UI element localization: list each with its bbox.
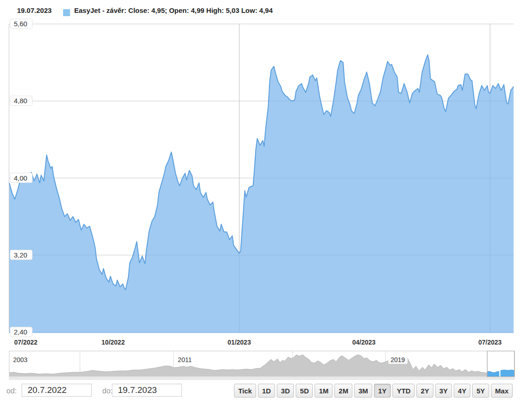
current-date-label: 19.07.2023 (17, 6, 52, 14)
range-button-ytd[interactable]: YTD (392, 384, 415, 398)
stock-chart-canvas[interactable]: 5,604,804,003,202,4007/202210/202201/202… (0, 0, 532, 404)
y-axis-label: 3,20 (14, 251, 27, 259)
x-axis-label: 07/2023 (479, 339, 502, 346)
x-axis-label: 07/2022 (14, 339, 38, 346)
x-axis-label: 01/2023 (228, 339, 251, 346)
range-button-row: Tick1D3D5D1M2M3M1YYTD2Y3Y4Y5YMax (234, 384, 513, 398)
range-button-3d[interactable]: 3D (277, 384, 294, 398)
x-axis-label: 10/2022 (101, 339, 125, 346)
y-axis-label: 2,40 (14, 328, 27, 336)
from-date-label: od: (6, 387, 17, 395)
range-button-1d[interactable]: 1D (258, 384, 275, 398)
range-button-5y[interactable]: 5Y (472, 384, 489, 398)
range-button-2m[interactable]: 2M (334, 384, 352, 398)
range-button-max[interactable]: Max (491, 384, 513, 398)
selected-range-area[interactable] (487, 370, 514, 376)
navigator-year-label: 2003 (13, 356, 27, 363)
to-date-input[interactable] (112, 384, 182, 397)
legend-swatch-icon (63, 9, 70, 16)
y-axis-label: 4,80 (14, 97, 27, 105)
plot-area[interactable] (9, 24, 514, 333)
from-date-input[interactable] (22, 384, 92, 397)
range-button-1m[interactable]: 1M (315, 384, 333, 398)
history-area (9, 355, 487, 376)
range-button-1y[interactable]: 1Y (374, 384, 391, 398)
range-button-4y[interactable]: 4Y (454, 384, 470, 398)
navigator-year-label: 2011 (178, 356, 192, 363)
legend-text: EasyJet - závěr: Close: 4,95; Open: 4,99… (74, 6, 273, 14)
range-button-2y[interactable]: 2Y (416, 384, 433, 398)
to-date-label: do: (102, 387, 112, 395)
range-button-3m[interactable]: 3M (354, 384, 372, 398)
navigator-year-label: 2019 (391, 356, 405, 363)
x-axis-label: 04/2023 (352, 339, 376, 346)
y-axis-label: 4,00 (14, 174, 27, 182)
range-button-3y[interactable]: 3Y (435, 384, 452, 398)
range-button-tick[interactable]: Tick (234, 384, 256, 398)
y-axis-label: 5,60 (14, 20, 27, 28)
chart-page: 5,604,804,003,202,4007/202210/202201/202… (0, 0, 532, 404)
range-button-5d[interactable]: 5D (296, 384, 313, 398)
navigator-scrollbar-track[interactable] (9, 378, 514, 380)
